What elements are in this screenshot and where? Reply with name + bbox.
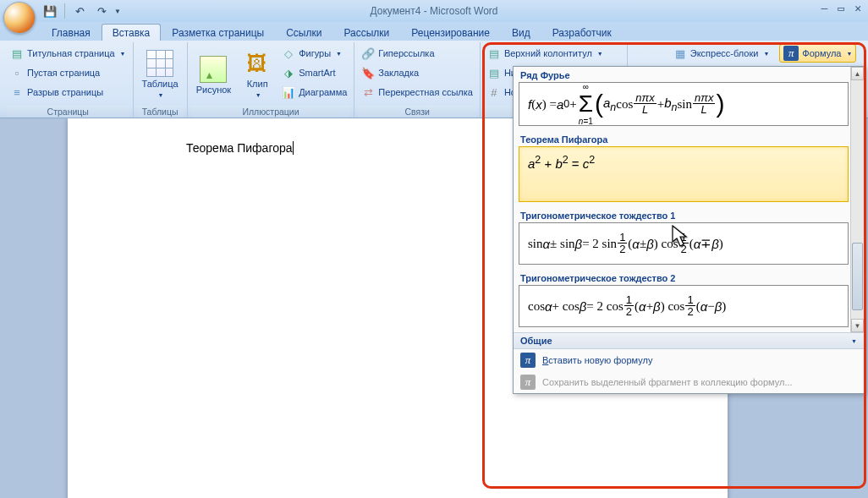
clipart-icon: 🖼 <box>244 50 271 77</box>
header-button[interactable]: ▤Верхний колонтитул▼ <box>484 44 607 63</box>
crossref-icon: ⇄ <box>361 85 375 99</box>
group-links: 🔗Гиперссылка 🔖Закладка ⇄Перекрестная ссы… <box>354 42 481 118</box>
equation-gallery-panel: Ряд Фурье f(x) = a0 + Σ∞n=1 (an cosnπxL … <box>513 66 865 394</box>
equation-gallery-list[interactable]: Ряд Фурье f(x) = a0 + Σ∞n=1 (an cosnπxL … <box>514 67 864 332</box>
text-cursor <box>293 141 294 155</box>
tab-home[interactable]: Главная <box>41 24 102 41</box>
shapes-label: Фигуры <box>299 48 331 58</box>
cover-page-label: Титульная страница <box>27 48 115 58</box>
page-break-icon: ≡ <box>10 85 24 99</box>
page-break-label: Разрыв страницы <box>27 87 103 97</box>
dropdown-icon: ▼ <box>120 51 126 57</box>
clipart-button[interactable]: 🖼Клип▼ <box>238 44 277 106</box>
dropdown-icon: ▼ <box>336 51 342 57</box>
chevron-down-icon: ▼ <box>851 338 857 344</box>
clipart-label: Клип <box>247 79 268 89</box>
quick-access-toolbar: 💾 ↶ ↷ ▼ <box>41 2 121 20</box>
eq-item-fourier[interactable]: f(x) = a0 + Σ∞n=1 (an cosnπxL + bn sinnπ… <box>519 82 849 126</box>
equation-button[interactable]: π Формула ▼ <box>779 44 856 63</box>
close-button[interactable]: ✕ <box>854 2 861 14</box>
bookmark-icon: 🔖 <box>361 66 375 79</box>
office-button[interactable] <box>3 2 36 34</box>
picture-icon <box>200 56 227 83</box>
blank-page-button[interactable]: ▫Пустая страница <box>7 63 129 82</box>
hyperlink-label: Гиперссылка <box>378 48 434 58</box>
dropdown-icon: ▼ <box>158 92 164 98</box>
shapes-icon: ◇ <box>282 47 295 60</box>
crossref-label: Перекрестная ссылка <box>378 87 473 97</box>
group-illustrations: Рисунок 🖼Клип▼ ◇Фигуры▼ ⬗SmartArt 📊Диагр… <box>188 42 355 118</box>
picture-label: Рисунок <box>196 85 232 95</box>
undo-icon[interactable]: ↶ <box>70 2 89 20</box>
dropdown-icon: ▼ <box>846 51 852 57</box>
picture-button[interactable]: Рисунок <box>191 44 237 106</box>
group-tables: Таблица▼ Таблицы <box>134 42 188 118</box>
blank-page-icon: ▫ <box>10 66 24 79</box>
quick-parts-button[interactable]: ▦Экспресс-блоки▼ <box>670 44 773 63</box>
group-illustrations-label: Иллюстрации <box>191 106 351 118</box>
page-text: Теорема Пифагора <box>186 141 293 155</box>
insert-new-equation[interactable]: π Вставить новую формулу <box>514 349 864 371</box>
table-button[interactable]: Таблица▼ <box>137 44 184 106</box>
dropdown-icon: ▼ <box>255 92 261 98</box>
tab-review[interactable]: Рецензирование <box>400 24 501 41</box>
page-break-button[interactable]: ≡Разрыв страницы <box>7 83 129 101</box>
group-pages: ▤Титульная страница▼ ▫Пустая страница ≡Р… <box>3 42 134 118</box>
equation-category-header[interactable]: Общие ▼ <box>514 332 864 348</box>
header-label: Верхний колонтитул <box>504 48 592 58</box>
bookmark-label: Закладка <box>378 68 419 78</box>
ribbon-tabs: Главная Вставка Разметка страницы Ссылки… <box>0 22 868 41</box>
smartart-label: SmartArt <box>299 68 335 78</box>
cover-page-button[interactable]: ▤Титульная страница▼ <box>7 44 129 63</box>
window-controls: — ▭ ✕ <box>821 2 861 14</box>
scroll-thumb[interactable] <box>852 243 863 310</box>
smartart-icon: ⬗ <box>282 66 295 79</box>
pi-icon-disabled: π <box>520 375 536 390</box>
chart-button[interactable]: 📊Диаграмма <box>278 83 350 101</box>
eq-section-trig1: Тригонометрическое тождество 1 <box>514 207 864 222</box>
group-pages-label: Страницы <box>7 106 129 118</box>
group-tables-label: Таблицы <box>137 106 184 118</box>
dropdown-icon: ▼ <box>763 51 769 57</box>
shapes-button[interactable]: ◇Фигуры▼ <box>278 44 350 63</box>
tab-insert[interactable]: Вставка <box>102 24 162 41</box>
qat-dropdown-icon[interactable]: ▼ <box>114 8 121 15</box>
bookmark-button[interactable]: 🔖Закладка <box>358 63 476 82</box>
equation-category-label: Общие <box>520 336 552 346</box>
tab-mailings[interactable]: Рассылки <box>332 24 400 41</box>
page-number-icon: # <box>487 85 501 99</box>
chart-icon: 📊 <box>282 85 295 99</box>
maximize-button[interactable]: ▭ <box>838 2 844 14</box>
tab-developer[interactable]: Разработчик <box>541 24 623 41</box>
tab-references[interactable]: Ссылки <box>275 24 332 41</box>
pi-icon: π <box>783 46 799 61</box>
blank-page-label: Пустая страница <box>27 68 100 78</box>
save-selection-label: Сохранить выделенный фрагмент в коллекци… <box>542 377 793 387</box>
cover-page-icon: ▤ <box>10 47 24 60</box>
save-selection-to-gallery: π Сохранить выделенный фрагмент в коллек… <box>514 371 864 393</box>
smartart-button[interactable]: ⬗SmartArt <box>278 63 350 82</box>
equation-scrollbar[interactable]: ▲ ▼ <box>850 67 864 332</box>
dropdown-icon: ▼ <box>597 51 603 57</box>
quick-parts-icon: ▦ <box>673 47 687 60</box>
footer-icon: ▤ <box>487 66 501 79</box>
group-links-label: Связи <box>358 106 476 118</box>
eq-section-pythagoras: Теорема Пифагора <box>514 131 864 146</box>
scroll-up-icon[interactable]: ▲ <box>851 67 864 80</box>
minimize-button[interactable]: — <box>821 2 828 14</box>
tab-view[interactable]: Вид <box>501 24 541 41</box>
hyperlink-button[interactable]: 🔗Гиперссылка <box>358 44 476 63</box>
eq-section-trig2: Тригонометрическое тождество 2 <box>514 270 864 285</box>
header-icon: ▤ <box>487 47 501 60</box>
eq-item-pythagoras[interactable]: a2 + b2 = c2 <box>519 146 849 202</box>
crossref-button[interactable]: ⇄Перекрестная ссылка <box>358 83 476 101</box>
hyperlink-icon: 🔗 <box>361 47 375 60</box>
eq-item-trig1[interactable]: sin α ± sin β = 2 sin12(α ± β) cos12(α ∓… <box>519 222 849 265</box>
scroll-down-icon[interactable]: ▼ <box>851 319 864 332</box>
save-icon[interactable]: 💾 <box>41 2 59 20</box>
chart-label: Диаграмма <box>299 87 347 97</box>
redo-icon[interactable]: ↷ <box>92 2 111 20</box>
table-icon <box>146 50 173 77</box>
tab-page-layout[interactable]: Разметка страницы <box>161 24 275 41</box>
eq-item-trig2[interactable]: cos α + cos β = 2 cos12(α + β) cos12(α −… <box>519 285 849 327</box>
